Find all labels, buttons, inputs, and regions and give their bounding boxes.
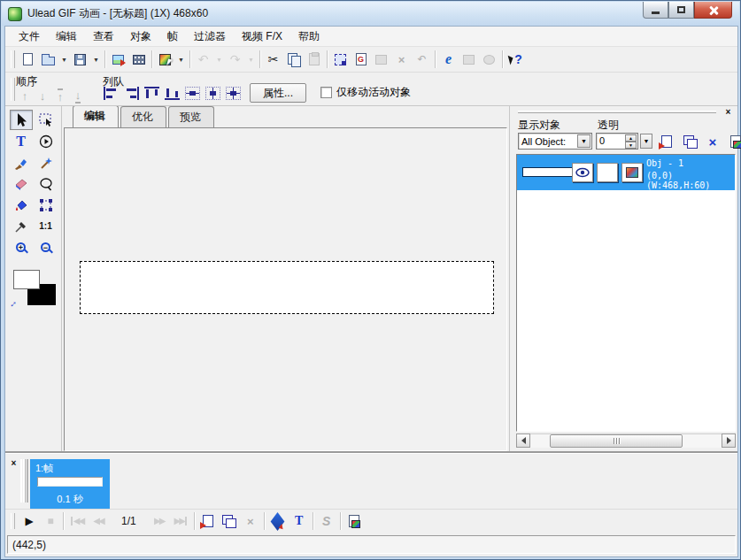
actual-size-button[interactable]: 1:1	[35, 216, 58, 236]
menu-object[interactable]: 对象	[122, 27, 159, 47]
marquee-tool-button[interactable]	[35, 110, 58, 130]
optimize-gif-button[interactable]: G	[351, 49, 371, 70]
minimize-button[interactable]	[643, 2, 668, 19]
combobox-dropdown-icon[interactable]: ▼	[577, 134, 590, 148]
open-dropdown[interactable]: ▼	[58, 49, 70, 70]
banner-text-button[interactable]: T	[289, 511, 310, 531]
align-left-button[interactable]	[104, 87, 119, 100]
save-button[interactable]	[70, 49, 90, 70]
spinner-up-icon[interactable]: ▲	[625, 134, 637, 142]
menu-help[interactable]: 帮助	[290, 27, 328, 47]
duplicate-frame-icon	[222, 515, 235, 527]
transform-tool-button[interactable]	[35, 195, 58, 215]
center-vertical-button[interactable]	[185, 87, 200, 100]
eyedropper-tool-button[interactable]	[10, 216, 33, 236]
cut-button[interactable]: ✂	[263, 49, 283, 70]
panel-drag-handle[interactable]	[518, 111, 716, 113]
scrollbar-thumb[interactable]	[550, 434, 683, 448]
center-both-button[interactable]	[226, 87, 241, 100]
tab-preview[interactable]: 预览	[168, 106, 214, 127]
panel-close-button[interactable]: ×	[722, 106, 734, 117]
toolbar-grip[interactable]	[11, 513, 15, 529]
separator	[264, 512, 265, 530]
toolbar-grip[interactable]	[11, 50, 15, 68]
add-image-button[interactable]	[108, 49, 128, 70]
crop-canvas-button[interactable]	[330, 49, 351, 70]
frame-1-cell[interactable]: 1:帧 0.1 秒	[30, 459, 110, 509]
transition-effect-button[interactable]	[267, 511, 289, 531]
pointer-tool-button[interactable]	[10, 110, 33, 130]
restore-button[interactable]	[668, 2, 694, 19]
move-active-only-checkbox[interactable]	[320, 87, 332, 98]
add-image-icon	[111, 51, 127, 67]
add-object-button[interactable]	[658, 133, 675, 150]
menu-filters[interactable]: 过滤器	[186, 27, 234, 47]
edit-canvas[interactable]	[64, 127, 507, 451]
delete-object-button[interactable]: ×	[704, 133, 722, 150]
object-list[interactable]: Obj - 1 (0,0)(W:468,H:60)	[516, 154, 736, 432]
zoom-out-button[interactable]: −	[35, 237, 58, 257]
new-button[interactable]	[18, 49, 38, 70]
title-bar[interactable]: Ulead GIF 动画 - [无标题] (1X) 468x60	[2, 2, 739, 26]
export-frames-icon	[374, 51, 390, 67]
tab-edit[interactable]: 编辑	[73, 105, 119, 127]
menu-view[interactable]: 查看	[85, 27, 122, 47]
swap-colors-icon[interactable]: ↕	[8, 298, 19, 309]
duplicate-object-button[interactable]	[681, 133, 699, 150]
zoom-in-button[interactable]: +	[10, 237, 33, 257]
scroll-right-button[interactable]	[722, 433, 736, 448]
object-blank-button[interactable]	[597, 163, 618, 182]
play-banner-tool-button[interactable]	[35, 131, 58, 151]
transparency-spinner[interactable]: 0 ▲ ▼	[596, 133, 638, 150]
timeline-close-button[interactable]: ×	[8, 457, 19, 468]
menu-file[interactable]: 文件	[11, 27, 48, 47]
object-visibility-button[interactable]	[572, 163, 593, 182]
align-right-button[interactable]	[124, 87, 139, 100]
align-bottom-button[interactable]	[165, 87, 180, 100]
center-horizontal-button[interactable]	[205, 87, 220, 100]
play-button[interactable]: ▶	[18, 511, 39, 531]
align-top-button[interactable]	[144, 87, 159, 100]
menu-edit[interactable]: 编辑	[48, 27, 85, 47]
eraser-tool-button[interactable]	[10, 173, 33, 194]
open-button[interactable]	[38, 49, 58, 70]
menu-frame[interactable]: 帧	[159, 27, 186, 47]
context-help-button[interactable]: ?	[506, 49, 526, 70]
add-frame-button[interactable]	[197, 511, 219, 531]
transparency-dropdown-button[interactable]: ▼	[640, 134, 652, 149]
pick-color-tool-button[interactable]	[155, 49, 175, 70]
brush-tool-button[interactable]	[10, 152, 33, 173]
scrollbar-track[interactable]	[530, 433, 722, 448]
canvas-object-banner[interactable]	[80, 261, 494, 314]
lasso-tool-button[interactable]	[35, 173, 58, 194]
duplicate-frame-button[interactable]	[219, 511, 240, 531]
scroll-left-button[interactable]	[516, 433, 530, 448]
object-image-button[interactable]	[621, 163, 643, 182]
send-export-button: ↶	[412, 49, 432, 70]
scroll-left-icon	[521, 437, 526, 444]
menu-video-fx[interactable]: 视频 F/X	[234, 27, 290, 47]
object-properties-button[interactable]	[727, 133, 741, 150]
frame-properties-button[interactable]	[343, 511, 365, 531]
minimize-icon	[652, 12, 660, 14]
toolbar-grip[interactable]	[11, 78, 15, 101]
timeline-grip[interactable]	[20, 459, 26, 502]
close-button[interactable]	[694, 2, 732, 19]
object-list-item-selected[interactable]: Obj - 1 (0,0)(W:468,H:60)	[517, 155, 735, 190]
save-dropdown[interactable]: ▼	[90, 49, 102, 70]
spinner-down-icon[interactable]: ▼	[625, 142, 637, 149]
properties-button[interactable]: 属性...	[250, 83, 306, 103]
tab-optimize[interactable]: 优化	[120, 106, 166, 127]
text-tool-button[interactable]: T	[10, 131, 33, 151]
browser-preview-button[interactable]: e	[438, 49, 459, 70]
pick-color-dropdown[interactable]: ▼	[175, 49, 187, 70]
copy-button[interactable]	[283, 49, 304, 70]
object-filter-combobox[interactable]: All Object: ▼	[518, 133, 592, 150]
fill-tool-button[interactable]	[10, 195, 33, 215]
magic-wand-tool-button[interactable]	[35, 152, 58, 173]
zoom-in-icon: +	[16, 242, 26, 252]
color-swatches: ↕	[12, 270, 56, 309]
add-video-button[interactable]	[128, 49, 149, 70]
window-title: Ulead GIF 动画 - [无标题] (1X) 468x60	[27, 6, 208, 21]
foreground-color-swatch[interactable]	[13, 270, 40, 289]
